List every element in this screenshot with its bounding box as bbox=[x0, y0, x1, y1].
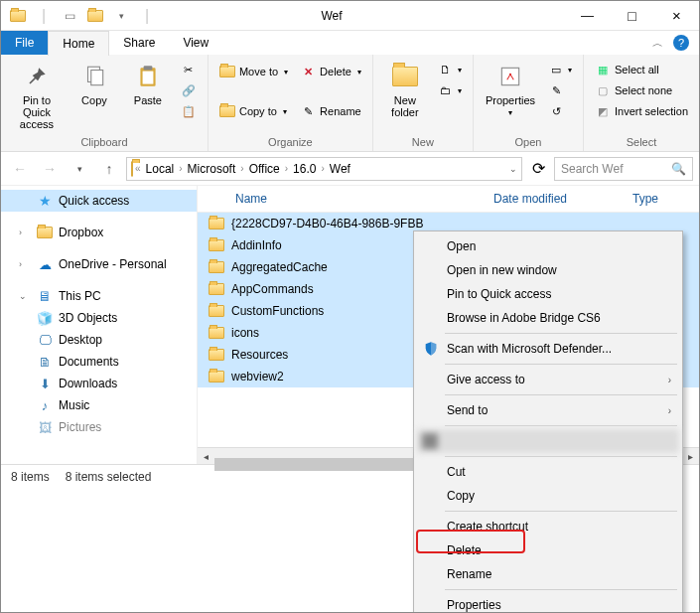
folder-icon bbox=[208, 258, 225, 276]
refresh-button[interactable]: ⟳ bbox=[526, 157, 550, 181]
col-date[interactable]: Date modified bbox=[484, 186, 623, 212]
sidebar-item-pictures[interactable]: 🖼Pictures bbox=[1, 416, 197, 438]
open-icon: ▭ bbox=[548, 62, 564, 77]
edit-button[interactable]: ✎ bbox=[545, 81, 575, 99]
maximize-button[interactable]: □ bbox=[610, 1, 654, 31]
invert-selection-button[interactable]: ◩Invert selection bbox=[592, 102, 691, 120]
cm-cut[interactable]: Cut bbox=[417, 460, 679, 484]
address-bar[interactable]: « Local› Microsoft› Office› 16.0› Wef ⌄ bbox=[126, 157, 522, 181]
tab-share[interactable]: Share bbox=[109, 31, 169, 55]
properties-qat-icon[interactable]: ▭ bbox=[59, 5, 80, 27]
breadcrumb[interactable]: Microsoft bbox=[185, 162, 239, 176]
svg-rect-3 bbox=[143, 72, 154, 84]
pushpin-icon bbox=[21, 61, 53, 92]
select-none-button[interactable]: ▢Select none bbox=[592, 81, 691, 99]
tab-view[interactable]: View bbox=[169, 31, 222, 55]
sidebar-item-3d-objects[interactable]: 🧊3D Objects bbox=[1, 307, 197, 329]
new-folder-button[interactable]: New folder bbox=[381, 59, 429, 120]
rename-button[interactable]: ✎Rename bbox=[297, 102, 364, 120]
sidebar-item-music[interactable]: ♪Music bbox=[1, 394, 197, 416]
sidebar-item-downloads[interactable]: ⬇Downloads bbox=[1, 373, 197, 394]
svg-rect-4 bbox=[144, 66, 153, 70]
cm-adobe-bridge[interactable]: Browse in Adobe Bridge CS6 bbox=[417, 306, 679, 330]
properties-button[interactable]: Properties ▾ bbox=[482, 59, 539, 119]
cm-separator bbox=[445, 589, 677, 590]
cm-pin-quick-access[interactable]: Pin to Quick access bbox=[417, 282, 679, 306]
history-button[interactable]: ↺ bbox=[545, 102, 575, 120]
move-to-button[interactable]: Move to▾ bbox=[216, 63, 291, 80]
cm-defender-scan[interactable]: Scan with Microsoft Defender... bbox=[417, 337, 679, 361]
forward-button[interactable]: → bbox=[37, 156, 63, 182]
scissors-icon: ✂ bbox=[181, 62, 197, 77]
cm-create-shortcut[interactable]: Create shortcut bbox=[417, 515, 679, 538]
qat-dropdown-icon[interactable]: ▾ bbox=[110, 5, 132, 27]
sidebar-item-dropbox[interactable]: ›Dropbox bbox=[1, 222, 197, 243]
navigation-bar: ← → ▾ ↑ « Local› Microsoft› Office› 16.0… bbox=[1, 152, 699, 186]
shield-icon bbox=[422, 340, 440, 358]
sidebar-item-desktop[interactable]: 🖵Desktop bbox=[1, 329, 197, 351]
paste-shortcut-button[interactable]: 📋 bbox=[178, 102, 200, 120]
cm-properties[interactable]: Properties bbox=[417, 593, 679, 613]
addr-dropdown-icon[interactable]: ⌄ bbox=[509, 164, 517, 174]
search-icon: 🔍 bbox=[671, 162, 686, 176]
breadcrumb[interactable]: 16.0 bbox=[290, 162, 319, 176]
paste-button[interactable]: Paste bbox=[124, 59, 172, 108]
collapse-ribbon-icon[interactable]: ︿ bbox=[652, 36, 663, 51]
cm-rename[interactable]: Rename bbox=[417, 562, 679, 586]
scroll-left-icon[interactable]: ◂ bbox=[198, 451, 214, 462]
folder-qat-2-icon[interactable] bbox=[84, 5, 106, 27]
minimize-button[interactable]: — bbox=[565, 1, 610, 31]
breadcrumb[interactable]: Wef bbox=[327, 162, 353, 176]
col-type[interactable]: Type bbox=[623, 186, 668, 212]
copy-to-button[interactable]: Copy to▾ bbox=[216, 102, 291, 120]
monitor-icon: 🖥 bbox=[37, 288, 53, 304]
new-folder-label: New folder bbox=[391, 94, 419, 118]
sidebar-item-this-pc[interactable]: ⌄🖥This PC bbox=[1, 285, 197, 307]
folder-icon bbox=[208, 324, 225, 342]
paste-label: Paste bbox=[134, 94, 162, 106]
column-headers: Name Date modified Type bbox=[198, 186, 699, 213]
breadcrumb[interactable]: Local bbox=[143, 162, 178, 176]
cm-send-to[interactable]: Send to› bbox=[417, 398, 679, 422]
up-button[interactable]: ↑ bbox=[96, 156, 122, 182]
new-folder-icon bbox=[389, 61, 421, 92]
select-all-button[interactable]: ▦Select all bbox=[592, 61, 691, 78]
cm-open-new-window[interactable]: Open in new window bbox=[417, 258, 679, 282]
delete-button[interactable]: ✕Delete▾ bbox=[297, 63, 364, 80]
close-button[interactable]: × bbox=[654, 1, 699, 31]
ribbon-group-organize: Move to▾ Copy to▾ ✕Delete▾ ✎Rename Organ… bbox=[209, 55, 373, 151]
col-name[interactable]: Name bbox=[225, 186, 484, 212]
tab-home[interactable]: Home bbox=[48, 31, 109, 56]
cm-separator bbox=[445, 456, 677, 457]
scroll-right-icon[interactable]: ▸ bbox=[682, 451, 699, 462]
sidebar-item-onedrive[interactable]: ›☁OneDrive - Personal bbox=[1, 253, 197, 275]
folder-qat-icon[interactable] bbox=[7, 5, 29, 27]
dropbox-icon bbox=[37, 225, 53, 240]
breadcrumb[interactable]: Office bbox=[246, 162, 283, 176]
help-icon[interactable]: ? bbox=[673, 35, 689, 51]
cut-button[interactable]: ✂ bbox=[178, 61, 200, 78]
open-button[interactable]: ▭▾ bbox=[545, 61, 575, 78]
sidebar-item-documents[interactable]: 🗎Documents bbox=[1, 351, 197, 373]
recent-dropdown[interactable]: ▾ bbox=[67, 156, 92, 182]
search-input[interactable]: Search Wef 🔍 bbox=[554, 157, 693, 181]
qat-separator: | bbox=[33, 5, 55, 27]
cm-separator bbox=[445, 394, 677, 395]
pin-quick-access-button[interactable]: Pin to Quick access bbox=[9, 59, 65, 132]
copy-path-button[interactable]: 🔗 bbox=[178, 81, 200, 99]
cm-blurred-item[interactable]: ████████████ bbox=[417, 429, 679, 453]
cm-give-access[interactable]: Give access to› bbox=[417, 368, 679, 391]
chevron-right-icon: › bbox=[668, 405, 671, 416]
copy-label: Copy bbox=[81, 94, 107, 106]
easy-access-button[interactable]: 🗀▾ bbox=[435, 81, 465, 99]
new-item-button[interactable]: 🗋▾ bbox=[435, 61, 465, 78]
selectall-icon: ▦ bbox=[595, 62, 611, 77]
moveto-icon bbox=[219, 64, 235, 79]
sidebar-item-quick-access[interactable]: ★Quick access bbox=[1, 190, 197, 212]
cm-open[interactable]: Open bbox=[417, 234, 679, 258]
copy-button[interactable]: Copy bbox=[70, 59, 118, 108]
cm-delete[interactable]: Delete bbox=[417, 538, 679, 562]
back-button[interactable]: ← bbox=[7, 156, 33, 182]
cm-copy[interactable]: Copy bbox=[417, 484, 679, 508]
tab-file[interactable]: File bbox=[1, 31, 48, 55]
